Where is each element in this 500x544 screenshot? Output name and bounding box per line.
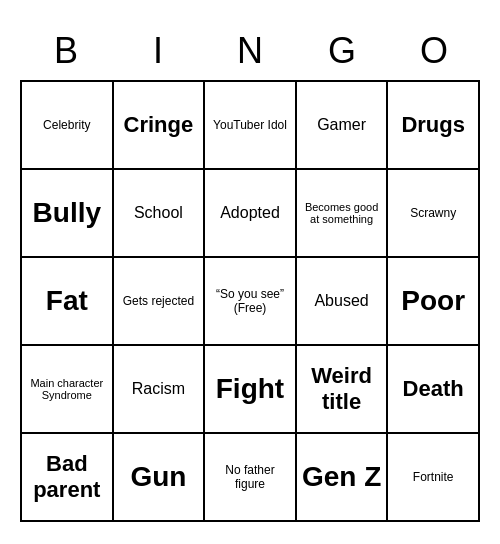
bingo-cell-0-2: YouTuber Idol [205,82,297,170]
cell-text-3-1: Racism [132,380,185,398]
bingo-row-2: FatGets rejected“So you see” (Free)Abuse… [22,258,480,346]
cell-text-2-0: Fat [46,285,88,317]
bingo-cell-0-4: Drugs [388,82,480,170]
bingo-cell-2-4: Poor [388,258,480,346]
bingo-cell-1-4: Scrawny [388,170,480,258]
cell-text-3-3: Weird title [301,363,383,415]
bingo-row-3: Main character SyndromeRacismFightWeird … [22,346,480,434]
bingo-cell-4-0: Bad parent [22,434,114,522]
bingo-cell-3-3: Weird title [297,346,389,434]
cell-text-1-4: Scrawny [410,206,456,220]
cell-text-0-1: Cringe [124,112,194,138]
cell-text-1-3: Becomes good at something [301,201,383,225]
cell-text-1-1: School [134,204,183,222]
bingo-cell-1-0: Bully [22,170,114,258]
cell-text-1-0: Bully [33,197,101,229]
bingo-letter-g: G [300,30,384,72]
bingo-cell-0-0: Celebrity [22,82,114,170]
bingo-header: BINGO [20,22,480,80]
bingo-cell-2-2: “So you see” (Free) [205,258,297,346]
cell-text-2-3: Abused [314,292,368,310]
bingo-grid: CelebrityCringeYouTuber IdolGamerDrugsBu… [20,80,480,522]
cell-text-0-0: Celebrity [43,118,90,132]
bingo-cell-2-0: Fat [22,258,114,346]
bingo-letter-n: N [208,30,292,72]
bingo-row-4: Bad parentGunNo father figureGen ZFortni… [22,434,480,522]
bingo-cell-1-1: School [114,170,206,258]
cell-text-0-2: YouTuber Idol [213,118,287,132]
cell-text-2-2: “So you see” (Free) [209,287,291,315]
cell-text-3-0: Main character Syndrome [26,377,108,401]
cell-text-4-1: Gun [130,461,186,493]
cell-text-4-2: No father figure [209,463,291,491]
bingo-row-0: CelebrityCringeYouTuber IdolGamerDrugs [22,82,480,170]
bingo-cell-4-3: Gen Z [297,434,389,522]
bingo-cell-4-2: No father figure [205,434,297,522]
cell-text-1-2: Adopted [220,204,280,222]
bingo-cell-3-4: Death [388,346,480,434]
bingo-cell-0-1: Cringe [114,82,206,170]
cell-text-4-3: Gen Z [302,461,381,493]
bingo-cell-1-3: Becomes good at something [297,170,389,258]
cell-text-2-4: Poor [401,285,465,317]
cell-text-4-0: Bad parent [26,451,108,503]
bingo-letter-i: I [116,30,200,72]
bingo-card: BINGO CelebrityCringeYouTuber IdolGamerD… [20,22,480,522]
bingo-cell-3-2: Fight [205,346,297,434]
bingo-cell-3-1: Racism [114,346,206,434]
bingo-letter-o: O [392,30,476,72]
bingo-letter-b: B [24,30,108,72]
bingo-cell-2-1: Gets rejected [114,258,206,346]
bingo-row-1: BullySchoolAdoptedBecomes good at someth… [22,170,480,258]
cell-text-3-4: Death [403,376,464,402]
cell-text-2-1: Gets rejected [123,294,194,308]
bingo-cell-4-4: Fortnite [388,434,480,522]
cell-text-0-3: Gamer [317,116,366,134]
cell-text-3-2: Fight [216,373,284,405]
bingo-cell-1-2: Adopted [205,170,297,258]
bingo-cell-0-3: Gamer [297,82,389,170]
bingo-cell-3-0: Main character Syndrome [22,346,114,434]
bingo-cell-4-1: Gun [114,434,206,522]
cell-text-0-4: Drugs [401,112,465,138]
bingo-cell-2-3: Abused [297,258,389,346]
cell-text-4-4: Fortnite [413,470,454,484]
